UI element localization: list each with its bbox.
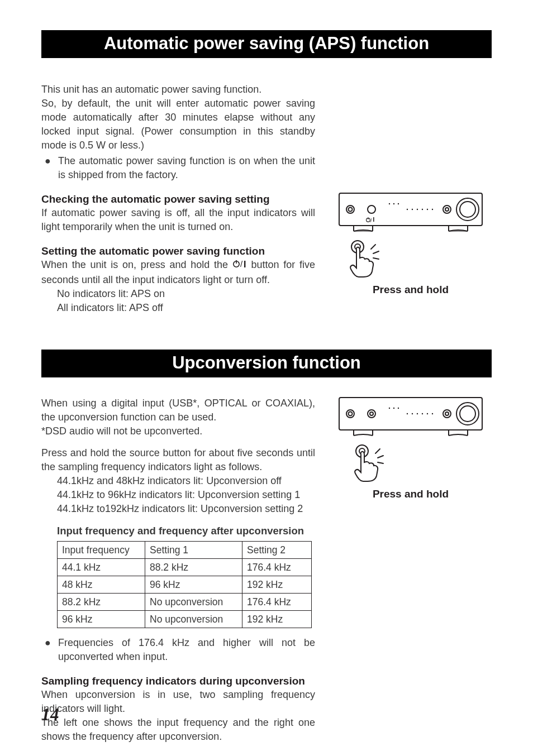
table-cell: 192 kHz bbox=[242, 611, 312, 628]
table-cell: 176.4 kHz bbox=[242, 559, 312, 576]
aps-content: This unit has an automatic power saving … bbox=[41, 83, 492, 315]
up-dsd-note: *DSD audio will not be upconverted. bbox=[41, 424, 315, 438]
svg-point-47 bbox=[443, 410, 451, 418]
svg-point-12 bbox=[412, 209, 413, 210]
up-opt-s2: 44.1kHz to192kHz indicators lit: Upconve… bbox=[57, 502, 315, 516]
svg-point-35 bbox=[349, 412, 353, 416]
table-cell: 96 kHz bbox=[145, 576, 242, 594]
svg-point-16 bbox=[432, 209, 433, 210]
svg-point-48 bbox=[445, 412, 449, 415]
svg-point-39 bbox=[393, 408, 394, 409]
upconversion-text-column: When using a digital input (USB*, OPTICA… bbox=[41, 396, 315, 744]
svg-point-9 bbox=[393, 203, 394, 204]
table-header-cell: Setting 1 bbox=[145, 542, 242, 559]
bullet-icon: ● bbox=[41, 154, 58, 182]
svg-point-46 bbox=[432, 413, 433, 414]
svg-point-11 bbox=[407, 209, 408, 210]
table-row: 96 kHz No upconversion 192 kHz bbox=[58, 611, 312, 628]
up-samp-heading: Sampling frequency indicators during upc… bbox=[41, 674, 315, 688]
aps-state-list: No indicators lit: APS on All indicators… bbox=[57, 287, 315, 315]
svg-point-20 bbox=[460, 202, 475, 217]
up-samp-body2: The left one shows the input frequency a… bbox=[41, 716, 315, 744]
svg-rect-3 bbox=[244, 261, 245, 267]
aps-bullet-1-text: The automatic power saving function is o… bbox=[58, 154, 315, 182]
up-table-title: Input frequency and frequency after upco… bbox=[57, 524, 315, 538]
aps-set-heading: Setting the automatic power saving funct… bbox=[41, 244, 315, 258]
svg-point-10 bbox=[398, 203, 399, 204]
up-opt-s1: 44.1kHz to 96kHz indicators lit: Upconve… bbox=[57, 488, 315, 502]
aps-intro-line1: This unit has an automatic power saving … bbox=[41, 83, 315, 97]
svg-rect-30 bbox=[373, 217, 374, 222]
aps-caption: Press and hold bbox=[373, 284, 449, 296]
up-opt-off: 44.1kHz and 48kHz indicators lit: Upconv… bbox=[57, 474, 315, 488]
up-instruction: Press and hold the source button for abo… bbox=[41, 446, 315, 474]
svg-point-18 bbox=[445, 208, 449, 211]
aps-illustration-column: / bbox=[330, 83, 492, 315]
table-cell: 96 kHz bbox=[58, 611, 145, 628]
table-header-cell: Setting 2 bbox=[242, 542, 312, 559]
svg-point-17 bbox=[443, 205, 451, 213]
svg-point-38 bbox=[389, 408, 390, 409]
svg-point-40 bbox=[398, 408, 399, 409]
svg-point-41 bbox=[407, 413, 408, 414]
up-bullet-1-text: Frequencies of 176.4 kHz and higher will… bbox=[58, 636, 315, 664]
hand-press-icon bbox=[343, 239, 383, 279]
svg-point-37 bbox=[370, 412, 373, 415]
up-bullet-1: ● Frequencies of 176.4 kHz and higher wi… bbox=[41, 636, 315, 664]
svg-point-34 bbox=[346, 410, 354, 418]
page-number: 14 bbox=[41, 705, 59, 725]
table-row: Input frequency Setting 1 Setting 2 bbox=[58, 542, 312, 559]
up-samp-body1: When upconversion is in use, two samplin… bbox=[41, 688, 315, 716]
svg-point-43 bbox=[417, 413, 418, 414]
aps-state-off: All indicators lit: APS off bbox=[57, 301, 315, 315]
table-header-cell: Input frequency bbox=[58, 542, 145, 559]
svg-text:/: / bbox=[370, 218, 372, 223]
aps-bullet-1: ● The automatic power saving function is… bbox=[41, 154, 315, 182]
up-device-illustration: Press and hold bbox=[338, 396, 483, 500]
power-standby-icon: / bbox=[232, 259, 247, 273]
aps-check-body: If automatic power saving is off, all th… bbox=[41, 206, 315, 234]
table-cell: 48 kHz bbox=[58, 576, 145, 594]
hand-press-icon bbox=[348, 443, 388, 484]
svg-point-45 bbox=[427, 413, 428, 414]
svg-rect-4 bbox=[339, 193, 482, 226]
svg-point-13 bbox=[417, 209, 418, 210]
aps-device-illustration: / bbox=[338, 192, 483, 296]
table-cell: 176.4 kHz bbox=[242, 594, 312, 611]
upconversion-content: When using a digital input (USB*, OPTICA… bbox=[41, 396, 492, 744]
table-cell: 44.1 kHz bbox=[58, 559, 145, 576]
device-front-icon: / bbox=[338, 192, 483, 233]
svg-rect-33 bbox=[339, 398, 482, 430]
table-cell: No upconversion bbox=[145, 611, 242, 628]
aps-section-title: Automatic power saving (APS) function bbox=[41, 30, 492, 58]
svg-point-50 bbox=[460, 406, 475, 422]
upconversion-illustration-column: Press and hold bbox=[330, 396, 492, 744]
aps-intro-block: So, by default, the unit will enter auto… bbox=[41, 97, 315, 152]
svg-point-8 bbox=[389, 203, 390, 204]
svg-point-14 bbox=[422, 209, 423, 210]
up-options-list: 44.1kHz and 48kHz indicators lit: Upconv… bbox=[57, 474, 315, 516]
table-row: 48 kHz 96 kHz 192 kHz bbox=[58, 576, 312, 594]
aps-state-on: No indicators lit: APS on bbox=[57, 287, 315, 301]
table-cell: 88.2 kHz bbox=[145, 559, 242, 576]
table-cell: 192 kHz bbox=[242, 576, 312, 594]
up-caption: Press and hold bbox=[373, 488, 449, 500]
svg-point-5 bbox=[346, 205, 354, 213]
upconversion-section-title: Upconversion function bbox=[41, 350, 492, 377]
manual-page: Automatic power saving (APS) function Th… bbox=[0, 0, 533, 756]
bullet-icon: ● bbox=[41, 636, 58, 664]
table-row: 88.2 kHz No upconversion 176.4 kHz bbox=[58, 594, 312, 611]
svg-text:/: / bbox=[240, 259, 243, 269]
device-front-icon bbox=[338, 396, 483, 438]
aps-set-body-pre: When the unit is on, press and hold the bbox=[41, 259, 232, 270]
svg-point-36 bbox=[368, 410, 375, 418]
aps-text-column: This unit has an automatic power saving … bbox=[41, 83, 315, 315]
svg-point-42 bbox=[412, 413, 413, 414]
table-cell: No upconversion bbox=[145, 594, 242, 611]
table-row: 44.1 kHz 88.2 kHz 176.4 kHz bbox=[58, 559, 312, 576]
frequency-table: Input frequency Setting 1 Setting 2 44.1… bbox=[57, 541, 312, 628]
aps-set-body: When the unit is on, press and hold the … bbox=[41, 258, 315, 287]
svg-point-15 bbox=[427, 209, 428, 210]
aps-check-heading: Checking the automatic power saving sett… bbox=[41, 192, 315, 206]
svg-point-7 bbox=[368, 205, 375, 213]
